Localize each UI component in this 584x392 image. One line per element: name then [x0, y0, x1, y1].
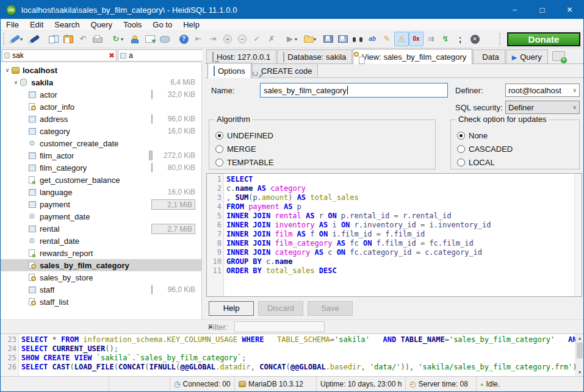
copy[interactable] — [46, 32, 61, 46]
move-tab[interactable]: ⇉ — [424, 32, 438, 46]
replace-text[interactable]: ab — [365, 32, 380, 46]
stop-query[interactable]: ✕ — [467, 32, 482, 46]
tree-item-icon — [29, 262, 40, 269]
tree-item[interactable]: customer_create_date — [1, 137, 201, 149]
menu-item[interactable]: Go to — [147, 19, 178, 30]
binary-as-hex[interactable]: 0x — [409, 32, 424, 46]
tab-create-code[interactable]: CREATE code — [252, 63, 319, 77]
dropdown-caret-icon[interactable] — [295, 37, 300, 42]
scroll-up-icon[interactable] — [576, 334, 583, 342]
algorithm-radio[interactable]: UNDEFINED — [215, 129, 431, 142]
tab-options[interactable]: Options — [207, 63, 251, 78]
semicolon-delimiter[interactable]: ; — [453, 32, 467, 46]
chevron-down-icon[interactable] — [3, 67, 12, 73]
tree-item[interactable]: rental 2,7 MiB — [1, 223, 201, 235]
tab-database[interactable]: Database: sakila — [277, 49, 352, 63]
check-option-radio[interactable]: LOCAL — [457, 155, 575, 169]
algorithm-radio[interactable]: MERGE — [215, 142, 431, 155]
scrollbar-thumb[interactable] — [577, 343, 583, 358]
highlight-errors[interactable]: ⚠ — [394, 32, 409, 46]
maximize-button[interactable] — [528, 1, 556, 19]
tree-item[interactable]: get_customer_balance — [1, 174, 201, 186]
check-option-radio[interactable]: CASCADED — [457, 142, 575, 155]
new-query-tab-icon[interactable] — [552, 51, 565, 61]
code-token: 'sakila/sales_by_film_category.frm' — [418, 363, 572, 371]
run-sql[interactable]: ▶ — [283, 32, 302, 46]
check-option-radio[interactable]: None — [457, 129, 575, 142]
tree-item[interactable]: sakila 6,4 MiB — [1, 76, 201, 88]
tree-item[interactable]: payment 2,1 MiB — [1, 198, 201, 210]
clear-database-filter-icon[interactable] — [109, 52, 115, 59]
tree-item[interactable]: rental_date — [1, 235, 201, 247]
donate-button[interactable]: Donate — [507, 32, 580, 46]
save-sql-as[interactable] — [336, 32, 350, 46]
post-changes[interactable]: ✓ — [250, 32, 264, 46]
algorithm-radio[interactable]: TEMPTABLE — [215, 155, 431, 169]
session-manager[interactable] — [9, 32, 27, 46]
chevron-down-icon[interactable] — [12, 79, 20, 85]
refresh[interactable]: ↻ — [109, 32, 128, 46]
export-tables[interactable] — [143, 32, 157, 46]
tree-item[interactable]: language 16,0 KiB — [1, 186, 201, 198]
help-button[interactable]: Help — [209, 301, 254, 316]
toolbar-grip[interactable] — [3, 33, 6, 45]
toolbar-grip[interactable] — [499, 33, 502, 45]
paste[interactable] — [61, 32, 76, 46]
menu-item[interactable]: File — [1, 19, 24, 30]
disconnect[interactable] — [27, 32, 42, 46]
print[interactable] — [90, 32, 105, 46]
tree-item[interactable]: sales_by_store — [1, 271, 201, 283]
undo[interactable]: ↶ — [76, 32, 90, 46]
tree-item[interactable]: film_actor 272,0 KiB — [1, 149, 201, 162]
tab-view[interactable]: View: sales_by_film_category — [353, 49, 472, 64]
scroll-down-icon[interactable] — [576, 368, 583, 376]
save-sql[interactable] — [321, 32, 336, 46]
reconnect[interactable]: ↯ — [438, 32, 453, 46]
open-sql-file[interactable] — [302, 32, 321, 46]
tree-item[interactable]: payment_date — [1, 210, 201, 223]
tree-item[interactable]: film_category 80,0 KiB — [1, 162, 201, 174]
dropdown-caret-icon[interactable] — [314, 37, 319, 42]
log-filter-input[interactable] — [234, 321, 325, 332]
view-select-code-editor[interactable]: 1SELECT2c.name AS category3, SUM(p.amoun… — [206, 173, 582, 297]
log-scrollbar[interactable] — [575, 334, 583, 376]
menu-item[interactable]: Edit — [24, 19, 49, 30]
dropdown-caret-icon[interactable] — [121, 37, 126, 42]
find-text[interactable] — [350, 32, 365, 46]
tab-data[interactable]: Data — [473, 49, 505, 63]
sql-security-combobox[interactable]: Definer — [505, 101, 580, 114]
menu-item[interactable]: Query — [85, 19, 118, 30]
help[interactable]: ? — [176, 32, 191, 46]
tree-item[interactable]: sales_by_film_category — [1, 259, 201, 271]
tree-item[interactable]: actor_info — [1, 101, 201, 113]
tree-item[interactable]: actor 32,0 KiB — [1, 88, 201, 101]
menu-item[interactable]: Help — [178, 19, 205, 30]
tab-host[interactable]: Host: 127.0.0.1 — [206, 49, 276, 63]
tree-item[interactable]: localhost — [1, 64, 201, 76]
tree-item[interactable]: address 96,0 KiB — [1, 113, 201, 125]
tree-item[interactable]: staff 96,0 KiB — [1, 283, 201, 296]
menu-item[interactable]: Search — [49, 19, 85, 30]
database-filter-input[interactable] — [12, 51, 107, 60]
close-button[interactable] — [556, 1, 583, 19]
user-manager[interactable] — [128, 32, 143, 46]
last-row[interactable]: ⇥ — [206, 32, 220, 46]
menu-item[interactable]: Tools — [118, 19, 147, 30]
database-sidebar: localhost sakila 6,4 MiB actor 32,0 KiB — [1, 48, 202, 319]
tree-item[interactable]: staff_list — [1, 296, 201, 308]
cancel-editing[interactable]: ✗ — [264, 32, 279, 46]
dropdown-caret-icon[interactable] — [20, 37, 26, 42]
minimize-button[interactable] — [501, 1, 528, 19]
tree-item[interactable]: rewards_report — [1, 247, 201, 259]
definer-combobox[interactable]: root@localhost — [505, 84, 580, 97]
tree-item[interactable]: category 16,0 KiB — [1, 125, 201, 137]
delete-row[interactable]: − — [235, 32, 250, 46]
close-filter-icon[interactable] — [208, 324, 213, 330]
first-row[interactable]: ⇤ — [191, 32, 206, 46]
reformat-sql[interactable]: ✎ — [380, 32, 394, 46]
view-name-input[interactable]: sales_by_film_category — [260, 83, 448, 98]
tab-query[interactable]: Query — [506, 49, 548, 63]
insert-row[interactable]: + — [220, 32, 235, 46]
check-option-group: Check option for updates NoneCASCADEDLOC… — [450, 119, 580, 169]
save-data[interactable] — [157, 32, 172, 46]
